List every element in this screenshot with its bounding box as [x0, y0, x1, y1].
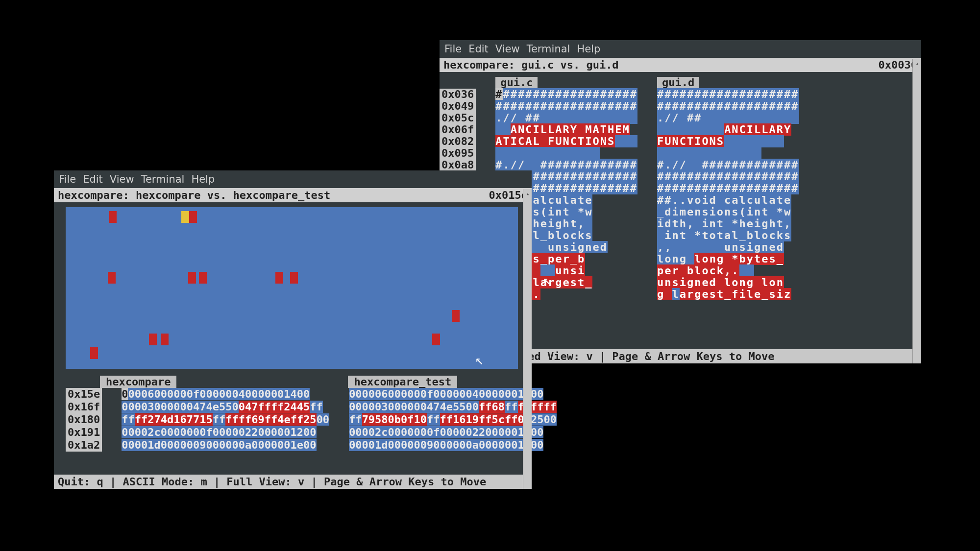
menu-file[interactable]: File: [59, 173, 76, 185]
offset-label: 0x05c: [441, 112, 474, 124]
data-line: idth, int *height,: [657, 218, 799, 230]
menubar: File Edit View Terminal Help: [54, 170, 532, 188]
menubar: File Edit View Terminal Help: [440, 40, 921, 58]
data-line: 00003000000474e550047ffff2445ff: [122, 401, 329, 413]
diff-marker: [109, 211, 117, 223]
diff-marker: [181, 211, 189, 223]
menu-view[interactable]: View: [110, 173, 134, 185]
offset-label: 0x191: [68, 426, 100, 439]
diff-marker: [290, 272, 298, 284]
offset-label: 0x049: [441, 100, 474, 112]
data-line: FUNCTIONS: [657, 136, 799, 147]
menu-terminal[interactable]: Terminal: [141, 173, 185, 185]
diff-marker: [432, 334, 440, 345]
data-line: ###################: [495, 89, 637, 100]
diff-marker: [149, 334, 157, 345]
scrollbar[interactable]: ▴: [912, 59, 921, 363]
offset-label: 0x16f: [68, 401, 100, 413]
data-line: ###################: [657, 171, 799, 183]
data-line: ANCILLARY MATHEM: [495, 124, 637, 136]
menu-edit[interactable]: Edit: [468, 43, 489, 55]
data-line: _dimensions(int *w: [657, 206, 799, 218]
terminal-window-1: File Edit View Terminal Help hexcompare:…: [54, 170, 532, 489]
menu-file[interactable]: File: [444, 43, 462, 55]
offset-label: 0x036: [441, 89, 474, 100]
file-tab-right: gui.d: [657, 77, 699, 89]
menu-edit[interactable]: Edit: [83, 173, 103, 185]
status-bar: Quit: q | ASCII Mode: m | Full View: v |…: [54, 475, 523, 489]
title-offset: 0x0036: [879, 59, 917, 71]
data-line: .// ##: [657, 112, 799, 124]
diff-marker: [452, 310, 460, 322]
offset-label: 0x082: [441, 136, 474, 147]
diff-marker: [189, 211, 197, 223]
data-line: 00002c0000000f0000022000001200: [122, 426, 329, 439]
offset-label: 0x06f: [441, 124, 474, 136]
data-line: ,, unsigned: [657, 241, 799, 253]
data-line: long long *bytes_: [657, 253, 799, 265]
data-line: ###################: [495, 100, 637, 112]
menu-view[interactable]: View: [495, 43, 520, 55]
menu-help[interactable]: Help: [191, 173, 215, 185]
ascii-pane-right: ######################################./…: [657, 89, 799, 300]
file-tab-left: hexcompare: [100, 376, 176, 388]
title-text: hexcompare: gui.c vs. gui.d: [443, 59, 619, 71]
data-line: ##..void calculate: [657, 194, 799, 206]
diff-marker: [275, 272, 283, 284]
diff-marker: [108, 272, 116, 284]
offset-label: 0x180: [68, 413, 100, 426]
title-bar: hexcompare: gui.c vs. gui.d 0x0036: [440, 58, 921, 72]
data-line: per_block,.: [657, 265, 799, 277]
data-line: ATICAL FUNCTIONS: [495, 136, 637, 147]
scrollbar[interactable]: ▴: [523, 189, 532, 489]
data-line: #.// #############: [657, 159, 799, 171]
data-line: #.// #############: [495, 159, 637, 171]
title-bar: hexcompare: hexcompare vs. hexcompare_te…: [54, 188, 532, 202]
data-line: g largest_file_siz: [657, 288, 799, 300]
diff-marker: [161, 334, 169, 345]
hex-pane-left: 00006000000f0000004000000140000003000000…: [122, 388, 329, 452]
data-line: [657, 147, 799, 159]
overview-map[interactable]: [66, 207, 518, 369]
offset-label: 0x1a2: [68, 439, 100, 452]
menu-terminal[interactable]: Terminal: [527, 43, 570, 55]
data-line: ANCILLARY: [657, 124, 799, 136]
data-line: ###################: [657, 89, 799, 100]
diff-marker: [188, 272, 196, 284]
data-line: [495, 147, 637, 159]
data-line: 00001d0000009000000a0000001e00: [122, 439, 329, 452]
data-line: ###################: [657, 183, 799, 194]
diff-marker: [199, 272, 207, 284]
file-tab-left: gui.c: [495, 77, 538, 89]
title-offset: 0x015e: [489, 189, 528, 201]
data-line: ###################: [657, 100, 799, 112]
scroll-up-icon[interactable]: ▴: [523, 189, 532, 198]
data-line: unsigned long lon: [657, 277, 799, 288]
menu-help[interactable]: Help: [577, 43, 600, 55]
offset-label: 0x0a8: [441, 159, 474, 171]
file-tab-right: hexcompare_test: [348, 376, 457, 388]
data-line: 00006000000f00000040000001400: [122, 388, 329, 401]
offset-label: 0x095: [441, 147, 474, 159]
data-line: .// ##: [495, 112, 637, 124]
scroll-up-icon[interactable]: ▴: [913, 59, 922, 68]
diff-marker: [90, 347, 98, 359]
data-line: int *total_blocks: [657, 230, 799, 241]
data-line: ffff274d167715ffffff69ff4eff2500: [122, 413, 329, 426]
title-text: hexcompare: hexcompare vs. hexcompare_te…: [58, 189, 330, 201]
offset-column: 0x15e0x16f0x1800x1910x1a2: [66, 388, 102, 452]
offset-label: 0x15e: [68, 388, 100, 401]
